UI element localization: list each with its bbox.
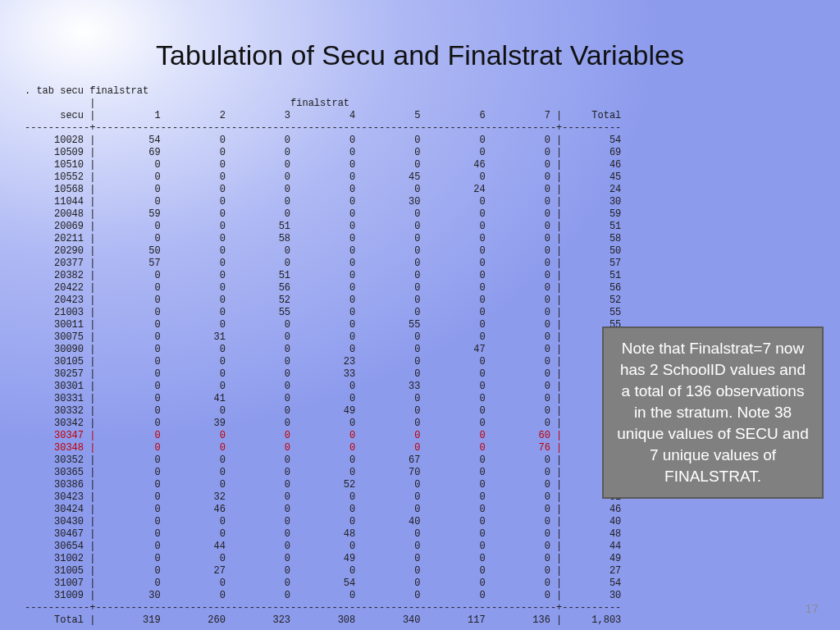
page-number: 17 xyxy=(805,601,819,615)
slide-title: Tabulation of Secu and Finalstrat Variab… xyxy=(0,39,840,71)
slide: Tabulation of Secu and Finalstrat Variab… xyxy=(0,0,840,630)
note-callout: Note that Finalstrat=7 now has 2 SchoolI… xyxy=(602,326,824,499)
stata-tab-output: . tab secu finalstrat | finalstrat secu … xyxy=(25,85,621,627)
